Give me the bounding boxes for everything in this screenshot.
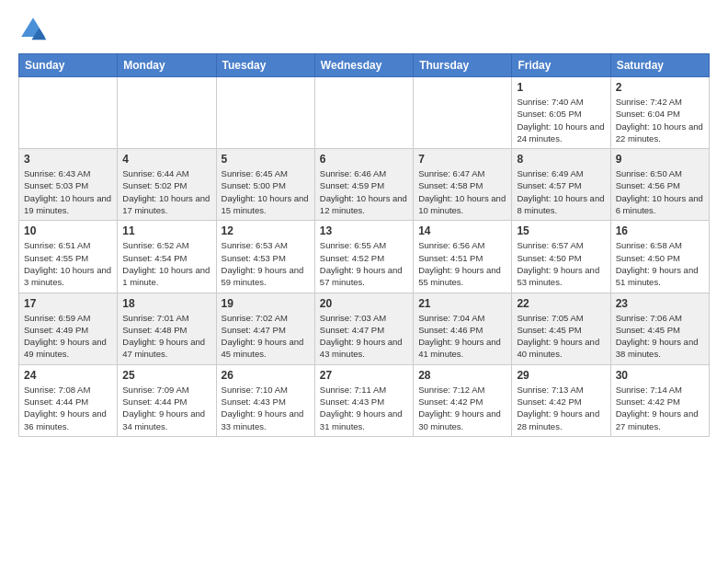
day-info: Sunrise: 6:58 AM Sunset: 4:50 PM Dayligh…	[616, 239, 704, 288]
day-info: Sunrise: 6:51 AM Sunset: 4:55 PM Dayligh…	[24, 239, 112, 288]
day-cell: 25Sunrise: 7:09 AM Sunset: 4:44 PM Dayli…	[118, 364, 216, 436]
day-number: 15	[517, 224, 605, 237]
day-cell: 4Sunrise: 6:44 AM Sunset: 5:02 PM Daylig…	[118, 149, 216, 221]
day-cell: 15Sunrise: 6:57 AM Sunset: 4:50 PM Dayli…	[512, 221, 610, 293]
day-number: 23	[616, 297, 704, 310]
day-cell	[314, 77, 413, 149]
day-cell: 7Sunrise: 6:47 AM Sunset: 4:58 PM Daylig…	[414, 149, 512, 221]
day-info: Sunrise: 7:06 AM Sunset: 4:45 PM Dayligh…	[616, 312, 704, 361]
day-number: 27	[320, 369, 408, 382]
header-row: SundayMondayTuesdayWednesdayThursdayFrid…	[19, 54, 710, 77]
day-number: 13	[320, 224, 408, 237]
day-info: Sunrise: 6:43 AM Sunset: 5:03 PM Dayligh…	[24, 167, 112, 216]
day-cell	[19, 77, 118, 149]
day-number: 24	[24, 369, 112, 382]
day-number: 21	[418, 297, 506, 310]
header	[18, 15, 710, 44]
day-cell: 5Sunrise: 6:45 AM Sunset: 5:00 PM Daylig…	[216, 149, 314, 221]
day-cell: 6Sunrise: 6:46 AM Sunset: 4:59 PM Daylig…	[314, 149, 413, 221]
day-cell: 27Sunrise: 7:11 AM Sunset: 4:43 PM Dayli…	[314, 364, 413, 436]
day-cell: 20Sunrise: 7:03 AM Sunset: 4:47 PM Dayli…	[314, 293, 413, 364]
day-number: 8	[517, 153, 605, 166]
day-cell: 17Sunrise: 6:59 AM Sunset: 4:49 PM Dayli…	[19, 293, 118, 364]
day-number: 9	[616, 153, 704, 166]
day-number: 19	[222, 297, 310, 310]
page: SundayMondayTuesdayWednesdayThursdayFrid…	[0, 0, 728, 446]
day-cell: 12Sunrise: 6:53 AM Sunset: 4:53 PM Dayli…	[216, 221, 314, 293]
day-cell: 16Sunrise: 6:58 AM Sunset: 4:50 PM Dayli…	[610, 221, 709, 293]
week-row-3: 17Sunrise: 6:59 AM Sunset: 4:49 PM Dayli…	[19, 293, 710, 364]
day-info: Sunrise: 7:04 AM Sunset: 4:46 PM Dayligh…	[418, 312, 506, 361]
day-cell: 28Sunrise: 7:12 AM Sunset: 4:42 PM Dayli…	[414, 364, 512, 436]
day-cell: 9Sunrise: 6:50 AM Sunset: 4:56 PM Daylig…	[610, 149, 709, 221]
day-info: Sunrise: 6:44 AM Sunset: 5:02 PM Dayligh…	[122, 167, 210, 216]
day-info: Sunrise: 6:45 AM Sunset: 5:00 PM Dayligh…	[222, 167, 310, 216]
day-cell: 23Sunrise: 7:06 AM Sunset: 4:45 PM Dayli…	[610, 293, 709, 364]
day-info: Sunrise: 6:59 AM Sunset: 4:49 PM Dayligh…	[24, 312, 112, 361]
day-cell: 11Sunrise: 6:52 AM Sunset: 4:54 PM Dayli…	[118, 221, 216, 293]
day-info: Sunrise: 7:42 AM Sunset: 6:04 PM Dayligh…	[616, 96, 704, 144]
day-cell: 26Sunrise: 7:10 AM Sunset: 4:43 PM Dayli…	[216, 364, 314, 436]
day-info: Sunrise: 7:09 AM Sunset: 4:44 PM Dayligh…	[122, 384, 210, 432]
day-number: 3	[24, 153, 112, 166]
day-info: Sunrise: 7:14 AM Sunset: 4:42 PM Dayligh…	[616, 384, 704, 432]
day-cell: 19Sunrise: 7:02 AM Sunset: 4:47 PM Dayli…	[216, 293, 314, 364]
day-number: 4	[122, 153, 210, 166]
col-header-monday: Monday	[118, 54, 216, 77]
day-info: Sunrise: 7:11 AM Sunset: 4:43 PM Dayligh…	[320, 384, 408, 432]
day-number: 10	[24, 224, 112, 237]
day-number: 12	[222, 224, 310, 237]
day-number: 17	[24, 297, 112, 310]
day-info: Sunrise: 6:56 AM Sunset: 4:51 PM Dayligh…	[418, 239, 506, 288]
day-cell: 2Sunrise: 7:42 AM Sunset: 6:04 PM Daylig…	[610, 77, 709, 149]
day-cell: 30Sunrise: 7:14 AM Sunset: 4:42 PM Dayli…	[610, 364, 709, 436]
day-info: Sunrise: 6:52 AM Sunset: 4:54 PM Dayligh…	[122, 239, 210, 288]
day-number: 6	[320, 153, 408, 166]
day-info: Sunrise: 7:12 AM Sunset: 4:42 PM Dayligh…	[418, 384, 506, 432]
logo	[18, 15, 51, 44]
day-cell: 3Sunrise: 6:43 AM Sunset: 5:03 PM Daylig…	[19, 149, 118, 221]
day-cell: 18Sunrise: 7:01 AM Sunset: 4:48 PM Dayli…	[118, 293, 216, 364]
day-info: Sunrise: 7:03 AM Sunset: 4:47 PM Dayligh…	[320, 312, 408, 361]
day-info: Sunrise: 6:46 AM Sunset: 4:59 PM Dayligh…	[320, 167, 408, 216]
day-info: Sunrise: 6:53 AM Sunset: 4:53 PM Dayligh…	[222, 239, 310, 288]
col-header-wednesday: Wednesday	[314, 54, 413, 77]
day-info: Sunrise: 7:10 AM Sunset: 4:43 PM Dayligh…	[222, 384, 310, 432]
day-info: Sunrise: 6:57 AM Sunset: 4:50 PM Dayligh…	[517, 239, 605, 288]
day-info: Sunrise: 7:08 AM Sunset: 4:44 PM Dayligh…	[24, 384, 112, 432]
calendar-table: SundayMondayTuesdayWednesdayThursdayFrid…	[18, 53, 710, 437]
col-header-thursday: Thursday	[414, 54, 512, 77]
day-number: 18	[122, 297, 210, 310]
logo-icon	[18, 15, 48, 44]
day-info: Sunrise: 6:55 AM Sunset: 4:52 PM Dayligh…	[320, 239, 408, 288]
week-row-0: 1Sunrise: 7:40 AM Sunset: 6:05 PM Daylig…	[19, 77, 710, 149]
day-info: Sunrise: 6:49 AM Sunset: 4:57 PM Dayligh…	[517, 167, 605, 216]
day-number: 25	[122, 369, 210, 382]
col-header-saturday: Saturday	[610, 54, 709, 77]
day-cell: 1Sunrise: 7:40 AM Sunset: 6:05 PM Daylig…	[512, 77, 610, 149]
day-number: 28	[418, 369, 506, 382]
day-number: 7	[418, 153, 506, 166]
day-info: Sunrise: 7:01 AM Sunset: 4:48 PM Dayligh…	[122, 312, 210, 361]
week-row-2: 10Sunrise: 6:51 AM Sunset: 4:55 PM Dayli…	[19, 221, 710, 293]
day-cell: 8Sunrise: 6:49 AM Sunset: 4:57 PM Daylig…	[512, 149, 610, 221]
day-number: 14	[418, 224, 506, 237]
day-cell: 21Sunrise: 7:04 AM Sunset: 4:46 PM Dayli…	[414, 293, 512, 364]
week-row-1: 3Sunrise: 6:43 AM Sunset: 5:03 PM Daylig…	[19, 149, 710, 221]
day-cell: 24Sunrise: 7:08 AM Sunset: 4:44 PM Dayli…	[19, 364, 118, 436]
day-cell: 10Sunrise: 6:51 AM Sunset: 4:55 PM Dayli…	[19, 221, 118, 293]
day-cell	[414, 77, 512, 149]
day-info: Sunrise: 7:02 AM Sunset: 4:47 PM Dayligh…	[222, 312, 310, 361]
day-number: 20	[320, 297, 408, 310]
day-cell: 14Sunrise: 6:56 AM Sunset: 4:51 PM Dayli…	[414, 221, 512, 293]
day-number: 5	[222, 153, 310, 166]
day-number: 2	[616, 81, 704, 94]
day-info: Sunrise: 7:40 AM Sunset: 6:05 PM Dayligh…	[517, 96, 605, 144]
day-cell: 22Sunrise: 7:05 AM Sunset: 4:45 PM Dayli…	[512, 293, 610, 364]
day-info: Sunrise: 6:50 AM Sunset: 4:56 PM Dayligh…	[616, 167, 704, 216]
day-number: 29	[517, 369, 605, 382]
col-header-sunday: Sunday	[19, 54, 118, 77]
day-info: Sunrise: 6:47 AM Sunset: 4:58 PM Dayligh…	[418, 167, 506, 216]
day-cell	[118, 77, 216, 149]
day-info: Sunrise: 7:05 AM Sunset: 4:45 PM Dayligh…	[517, 312, 605, 361]
